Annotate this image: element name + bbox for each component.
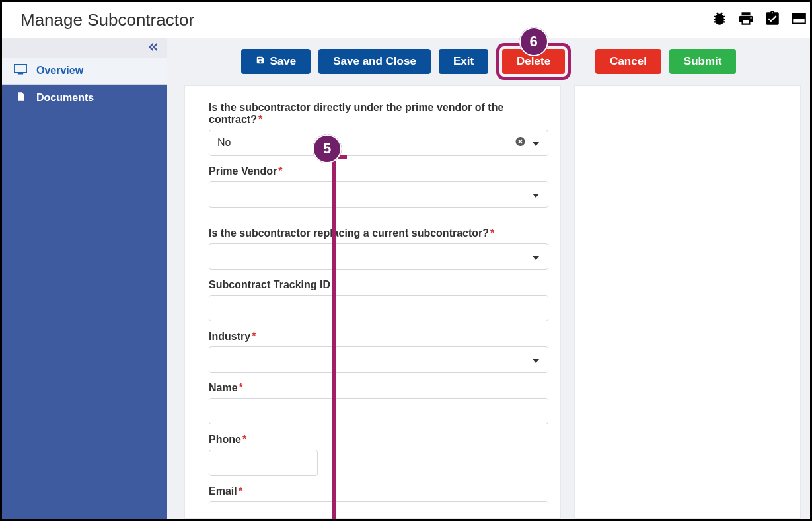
print-icon[interactable] — [737, 10, 755, 30]
label-email: Email* — [209, 485, 548, 497]
input-tracking-id[interactable] — [209, 295, 548, 321]
page-header: Manage Subcontractor — [2, 2, 810, 38]
select-replacing[interactable] — [209, 243, 548, 270]
label-name: Name* — [209, 382, 548, 394]
save-close-button[interactable]: Save and Close — [318, 49, 431, 74]
form-panel: Is the subcontractor directly under the … — [184, 85, 561, 519]
field-tracking-id: Subcontract Tracking ID — [209, 279, 548, 321]
label-replacing: Is the subcontractor replacing a current… — [209, 227, 548, 239]
input-phone[interactable] — [209, 450, 318, 476]
label-under-prime: Is the subcontractor directly under the … — [209, 102, 548, 126]
field-industry: Industry* — [209, 331, 548, 373]
field-replacing: Is the subcontractor replacing a current… — [209, 227, 548, 270]
field-phone: Phone* — [209, 434, 548, 476]
label-tracking-id: Subcontract Tracking ID — [209, 279, 548, 291]
select-prime-vendor[interactable] — [209, 181, 548, 208]
field-under-prime: Is the subcontractor directly under the … — [209, 102, 548, 156]
document-icon — [14, 91, 27, 104]
field-email: Email* — [209, 485, 548, 519]
label-industry: Industry* — [209, 331, 548, 342]
cancel-button[interactable]: Cancel — [595, 49, 661, 74]
submit-button[interactable]: Submit — [669, 49, 737, 74]
sidebar-item-label: Documents — [36, 92, 94, 104]
save-disk-icon — [256, 55, 265, 68]
side-panel — [574, 85, 801, 519]
select-under-prime[interactable] — [209, 130, 548, 156]
header-icon-group — [711, 10, 810, 30]
window-icon[interactable] — [790, 10, 807, 30]
sidebar-item-label: Overview — [36, 65, 83, 77]
sidebar-item-documents[interactable]: Documents — [2, 85, 167, 111]
page-title: Manage Subcontractor — [20, 10, 194, 30]
chevron-double-left-icon — [147, 42, 158, 54]
callout-bracket-5 — [332, 155, 347, 521]
toolbar-separator — [583, 52, 583, 71]
label-phone: Phone* — [209, 434, 548, 446]
field-name: Name* — [209, 382, 548, 424]
callout-badge-6: 6 — [519, 27, 548, 56]
input-email[interactable] — [209, 501, 548, 519]
clear-icon[interactable] — [515, 136, 526, 150]
field-prime-vendor: Prime Vendor* — [209, 165, 548, 208]
main-area: Save Save and Close Exit 6 Delete Cancel… — [167, 38, 810, 519]
sidebar-collapse[interactable] — [2, 38, 167, 58]
exit-button[interactable]: Exit — [439, 49, 488, 74]
clipboard-check-icon[interactable] — [764, 10, 781, 30]
sidebar: Overview Documents — [2, 38, 167, 519]
save-button[interactable]: Save — [241, 49, 311, 74]
monitor-icon — [14, 64, 27, 77]
action-toolbar: Save Save and Close Exit 6 Delete Cancel… — [167, 38, 810, 85]
select-industry[interactable] — [209, 346, 548, 373]
sidebar-item-overview[interactable]: Overview — [2, 58, 167, 85]
input-name[interactable] — [209, 398, 548, 424]
callout-badge-5: 5 — [313, 134, 342, 163]
bug-icon[interactable] — [711, 10, 728, 30]
label-prime-vendor: Prime Vendor* — [209, 165, 548, 177]
